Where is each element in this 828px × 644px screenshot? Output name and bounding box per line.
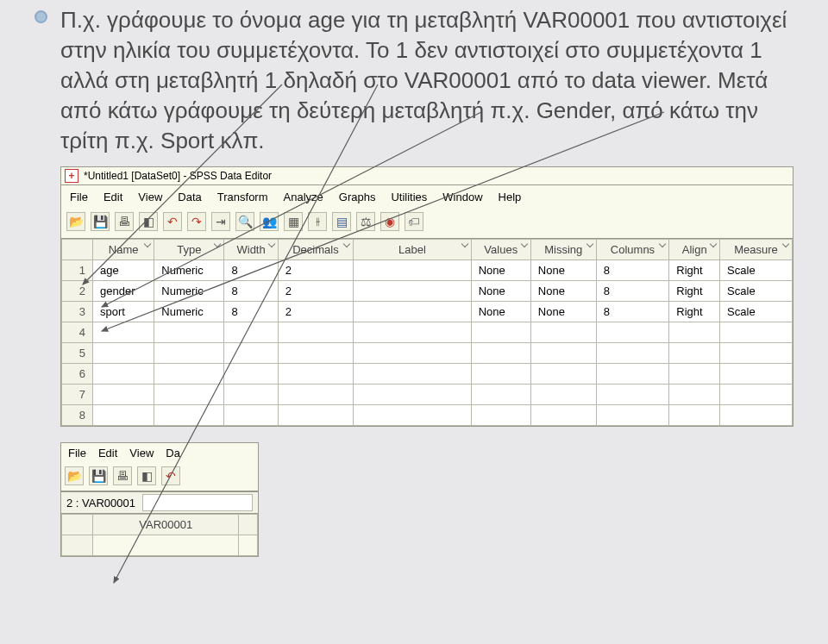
labels-icon[interactable]: 🏷 — [405, 212, 423, 231]
cell-measure[interactable] — [720, 385, 793, 405]
cell-decimals[interactable]: 2 — [278, 260, 353, 281]
col-type[interactable]: Type — [154, 240, 224, 260]
cell-missing[interactable] — [530, 405, 596, 426]
cell-type[interactable] — [154, 405, 224, 426]
cell-name[interactable]: sport — [93, 302, 154, 322]
mini-col-var00001[interactable]: VAR00001 — [93, 515, 239, 535]
dialog-icon[interactable]: ◧ — [139, 212, 158, 231]
cell-missing[interactable]: None — [530, 281, 596, 302]
cell-width[interactable] — [224, 405, 278, 426]
split-icon[interactable]: ⫳ — [308, 212, 327, 231]
save-icon[interactable]: 💾 — [91, 212, 110, 231]
cell-align[interactable] — [669, 364, 720, 385]
col-missing[interactable]: Missing — [530, 240, 596, 260]
row-number[interactable]: 6 — [62, 364, 93, 385]
menu-help[interactable]: Help — [499, 191, 522, 203]
cell-decimals[interactable] — [278, 364, 353, 385]
menu-data[interactable]: Data — [178, 191, 201, 203]
row-number[interactable]: 1 — [62, 260, 93, 281]
cell-type[interactable]: Numeric — [154, 260, 224, 281]
cell-type[interactable]: Numeric — [154, 302, 224, 322]
cell-width[interactable] — [224, 322, 278, 343]
cell-values[interactable] — [471, 364, 530, 385]
mini-save-icon[interactable]: 💾 — [89, 466, 108, 485]
variable-view-grid[interactable]: Name Type Width Decimals Label Values Mi… — [61, 239, 793, 426]
cell-measure[interactable] — [720, 343, 793, 364]
cell-width[interactable] — [224, 385, 278, 405]
cell-width[interactable]: 8 — [224, 281, 278, 302]
cell-columns[interactable]: 8 — [596, 302, 669, 322]
cell-values[interactable]: None — [471, 302, 530, 322]
cell-align[interactable] — [669, 322, 720, 343]
mini-menu-file[interactable]: File — [68, 447, 86, 460]
cell-missing[interactable]: None — [530, 260, 596, 281]
cell-missing[interactable] — [530, 385, 596, 405]
cell-missing[interactable] — [530, 343, 596, 364]
row-number[interactable]: 8 — [62, 405, 93, 426]
table-row[interactable]: 1ageNumeric82NoneNone8RightScale — [62, 260, 793, 281]
mini-open-icon[interactable]: 📂 — [65, 466, 84, 485]
cell-align[interactable]: Right — [669, 260, 720, 281]
variables-icon[interactable]: 👥 — [260, 212, 279, 231]
cell-align[interactable] — [669, 385, 720, 405]
table-row[interactable]: 5 — [62, 343, 793, 364]
goto-icon[interactable]: ⇥ — [211, 212, 230, 231]
col-columns[interactable]: Columns — [596, 240, 669, 260]
mini-print-icon[interactable]: 🖶 — [113, 466, 132, 485]
row-number[interactable]: 2 — [62, 281, 93, 302]
cell-type[interactable] — [154, 322, 224, 343]
cell-label[interactable] — [354, 405, 471, 426]
col-width[interactable]: Width — [224, 240, 278, 260]
cell-values[interactable]: None — [471, 281, 530, 302]
select-icon[interactable]: ◉ — [380, 212, 399, 231]
cell-decimals[interactable]: 2 — [278, 281, 353, 302]
cell-values[interactable] — [471, 405, 530, 426]
cell-width[interactable]: 8 — [224, 302, 278, 322]
mini-col-empty[interactable] — [239, 515, 258, 535]
mini-cell-empty[interactable] — [239, 535, 258, 556]
weight-icon[interactable]: ⚖ — [356, 212, 375, 231]
mini-menu-view[interactable]: View — [129, 447, 154, 460]
mini-dialog-icon[interactable]: ◧ — [137, 466, 156, 485]
cell-values[interactable] — [471, 322, 530, 343]
cell-width[interactable] — [224, 343, 278, 364]
mini-cell[interactable] — [93, 535, 239, 556]
table-row[interactable]: 6 — [62, 364, 793, 385]
cell-missing[interactable] — [530, 322, 596, 343]
cell-decimals[interactable] — [278, 405, 353, 426]
cell-type[interactable]: Numeric — [154, 281, 224, 302]
cell-align[interactable] — [669, 405, 720, 426]
redo-icon[interactable]: ↷ — [187, 212, 206, 231]
cell-measure[interactable]: Scale — [720, 302, 793, 322]
col-align[interactable]: Align — [669, 240, 720, 260]
cell-label[interactable] — [354, 364, 471, 385]
col-values[interactable]: Values — [471, 240, 530, 260]
cell-values[interactable] — [471, 385, 530, 405]
cell-columns[interactable] — [596, 405, 669, 426]
cell-columns[interactable] — [596, 364, 669, 385]
cell-width[interactable] — [224, 364, 278, 385]
mini-data-grid[interactable]: VAR00001 — [61, 514, 258, 556]
col-decimals[interactable]: Decimals — [278, 240, 353, 260]
menu-file[interactable]: File — [70, 191, 88, 203]
cell-label[interactable] — [354, 385, 471, 405]
cell-decimals[interactable] — [278, 343, 353, 364]
col-name[interactable]: Name — [93, 240, 154, 260]
mini-menu-data[interactable]: Da — [166, 447, 180, 460]
row-number[interactable]: 7 — [62, 385, 93, 405]
cell-label[interactable] — [354, 302, 471, 322]
table-row[interactable]: 8 — [62, 405, 793, 426]
cell-align[interactable]: Right — [669, 281, 720, 302]
menu-view[interactable]: View — [138, 191, 162, 203]
undo-icon[interactable]: ↶ — [163, 212, 182, 231]
row-number[interactable]: 5 — [62, 343, 93, 364]
col-label[interactable]: Label — [354, 240, 471, 260]
print-icon[interactable]: 🖶 — [115, 212, 134, 231]
cell-name[interactable] — [93, 405, 154, 426]
cell-measure[interactable] — [720, 322, 793, 343]
cell-columns[interactable] — [596, 343, 669, 364]
mini-menu-edit[interactable]: Edit — [98, 447, 117, 460]
open-icon[interactable]: 📂 — [66, 212, 85, 231]
table-row[interactable]: 3sportNumeric82NoneNone8RightScale — [62, 302, 793, 322]
cell-value-input[interactable] — [142, 494, 253, 511]
